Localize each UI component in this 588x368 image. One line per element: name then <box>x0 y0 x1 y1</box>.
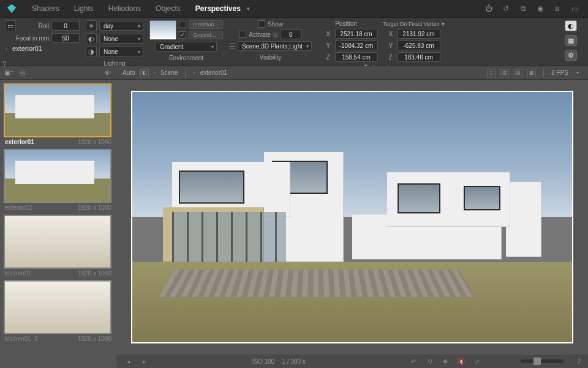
zoom-slider[interactable] <box>521 359 564 363</box>
help-icon[interactable]: ? <box>2 60 7 69</box>
layers-icon[interactable]: ☰ <box>229 42 235 50</box>
roll-input[interactable] <box>51 21 80 31</box>
light2-icon[interactable]: ◑ <box>86 46 97 57</box>
power-icon[interactable]: ⏻ <box>484 4 494 13</box>
layout-1-icon[interactable]: ▯ <box>487 69 496 77</box>
nav-next-icon[interactable]: ▸ <box>140 357 148 366</box>
add-view-icon[interactable]: ▣⁺ <box>4 68 15 78</box>
ground-button[interactable]: Ground... <box>189 31 223 39</box>
undo-icon[interactable]: ↶ <box>409 357 418 366</box>
layers-dropdown[interactable]: Scene;3D Plants;Light <box>238 41 312 51</box>
scene-crumb[interactable]: Scene <box>160 69 178 76</box>
target-y-input[interactable] <box>398 40 440 50</box>
camera-view-icon[interactable]: ◎ <box>17 68 28 78</box>
background-swatch[interactable] <box>149 20 176 40</box>
viewport-footer: ◂ ▸ ISO 100 1 / 300 s ↶ Ｑ ✥ 🔇 ⤢ 7 <box>116 355 588 368</box>
yinyang-button[interactable]: ◐ <box>565 20 577 31</box>
visibility-section-label: Visibility <box>260 54 282 61</box>
menu-objects[interactable]: Objects <box>148 2 188 15</box>
menubar: ShadersLightsHeliodonsObjectsPerspective… <box>0 0 588 17</box>
neon1-dropdown[interactable]: None <box>99 34 143 44</box>
thumb-name: exterior01 <box>5 139 34 145</box>
position-header: Position <box>322 20 371 27</box>
thumbnail-kitchen01_1[interactable]: kitchen01_11920 x 1080 <box>4 280 113 342</box>
menu-shaders[interactable]: Shaders <box>24 2 67 15</box>
menu-lights[interactable]: Lights <box>67 2 101 15</box>
activate-label: Activate <box>249 31 271 38</box>
inspector-actions: ◐ ▦ ⚙ <box>565 20 577 61</box>
eye-icon[interactable]: 👁 <box>102 68 113 78</box>
visibility-group: Show Activate ⟃ ☰Scene;3D Plants;Light V… <box>229 20 312 61</box>
app-logo <box>6 3 17 14</box>
clip-icon[interactable]: ⟃ <box>273 31 277 38</box>
roll-label: Roll <box>18 23 49 29</box>
focal-input[interactable] <box>51 33 80 43</box>
settings-button[interactable]: ⚙ <box>565 50 577 61</box>
y-label: Y <box>326 42 333 49</box>
layout-3-icon[interactable]: ▤ <box>514 69 522 77</box>
render-frame[interactable] <box>131 91 573 343</box>
pos-x-input[interactable] <box>335 29 378 39</box>
window-icon[interactable]: ▭ <box>570 4 579 13</box>
background-dropdown[interactable]: Gradient <box>156 42 217 52</box>
chevron-down-icon: ▾ <box>442 21 445 27</box>
copy-icon[interactable]: ⧉ <box>518 4 528 13</box>
target-header[interactable]: Target On Fixed Vertex▾ <box>383 21 445 27</box>
iso-label[interactable]: ISO 100 <box>252 358 275 365</box>
camera-name-input[interactable] <box>12 45 80 52</box>
insertion-checkbox[interactable] <box>179 21 186 28</box>
sidebar-toolbar: ▣⁺ ◎ 👁 <box>0 66 116 80</box>
render-building <box>387 172 510 228</box>
svg-marker-0 <box>7 4 16 13</box>
layout-4-icon[interactable]: ▦ <box>527 69 536 77</box>
camera-icon[interactable]: ◉ <box>535 4 545 13</box>
insertion-button[interactable]: Insertion... <box>189 20 223 29</box>
thumbnail-exterior01[interactable]: exterior011920 x 1080 <box>4 83 113 145</box>
activate-checkbox[interactable] <box>239 31 246 38</box>
menu-perspectives[interactable]: Perspectives <box>188 2 248 15</box>
thumbnail-kitchen01[interactable]: kitchen011920 x 1080 <box>4 215 113 277</box>
ground-checkbox[interactable] <box>179 31 186 39</box>
target-x-input[interactable] <box>398 29 440 39</box>
target-z-input[interactable] <box>398 52 440 62</box>
chevron-left-icon[interactable]: ‹ <box>6 45 7 52</box>
heliodon-dropdown[interactable]: day <box>99 21 143 31</box>
nav-prev-icon[interactable]: ◂ <box>124 357 132 366</box>
viewport <box>116 80 588 355</box>
fps-menu-icon[interactable]: ▾ <box>573 69 582 77</box>
shutter-label[interactable]: 1 / 300 s <box>282 358 305 365</box>
z-label: Z <box>326 54 333 61</box>
coordinates-group: Position Target On Fixed Vertex▾ XX YY Z… <box>322 20 445 72</box>
crop-icon[interactable]: ⧈ <box>552 4 562 13</box>
thumb-resolution: 1920 x 1080 <box>78 204 111 211</box>
history-icon[interactable]: ↺ <box>501 4 511 13</box>
pos-y-input[interactable] <box>335 40 378 50</box>
hand-icon[interactable]: Ｑ <box>425 357 434 366</box>
inspector-bar: ▭ Roll Focal in mm ‹ ☀day ◐None ◑None Li… <box>0 17 588 66</box>
neon2-dropdown[interactable]: None <box>99 47 143 56</box>
render-building <box>506 182 541 257</box>
thumb-resolution: 1920 x 1080 <box>78 335 111 342</box>
render-button[interactable]: ▦ <box>565 35 577 46</box>
move-icon[interactable]: ✥ <box>441 357 450 366</box>
thumbnail-exterior02[interactable]: exterior021920 x 1080 <box>4 149 113 211</box>
sound-icon[interactable]: 🔇 <box>457 357 466 366</box>
show-label: Show <box>268 21 283 28</box>
render-deck <box>159 270 475 297</box>
environment-section-label: Environment <box>169 55 203 61</box>
activate-input[interactable] <box>280 29 302 39</box>
show-checkbox[interactable] <box>258 20 265 28</box>
light-icon[interactable]: ◐ <box>86 33 97 44</box>
sun-icon[interactable]: ☀ <box>86 20 97 31</box>
lighting-group: ☀day ◐None ◑None Lighting <box>86 20 143 67</box>
thumb-resolution: 1920 x 1080 <box>78 139 111 145</box>
menu-heliodons[interactable]: Heliodons <box>101 2 148 15</box>
camera-reset-icon[interactable]: ▭ <box>5 20 16 31</box>
auto-toggle[interactable]: ◧ <box>140 69 149 77</box>
thumbnails-sidebar: ▣⁺ ◎ 👁 exterior011920 x 1080exterior0219… <box>0 66 116 368</box>
layout-2-icon[interactable]: ▥ <box>500 69 509 77</box>
camera-crumb[interactable]: exterior01 <box>200 69 227 76</box>
pos-z-input[interactable] <box>335 52 378 62</box>
expand-icon[interactable]: ⤢ <box>473 357 481 366</box>
thumb-name: kitchen01_1 <box>5 335 38 342</box>
